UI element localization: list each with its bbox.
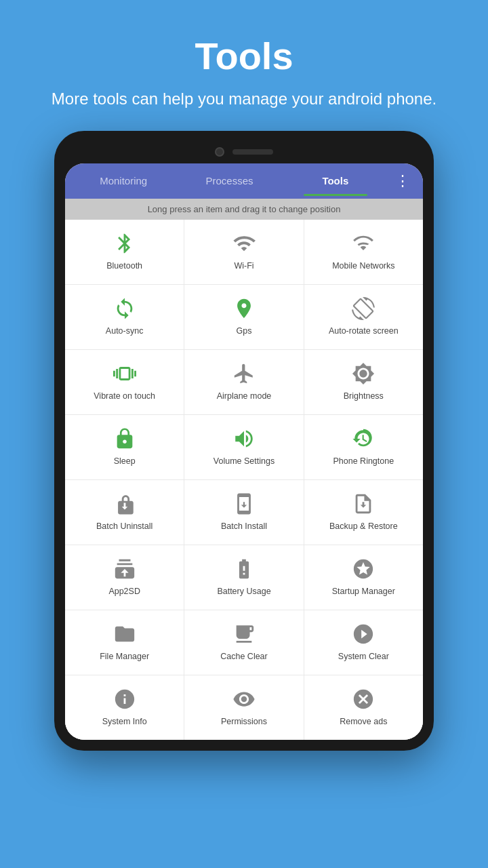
tool-system-info-label: System Info xyxy=(102,716,147,727)
tool-brightness-label: Brightness xyxy=(344,391,384,401)
tool-file-manager[interactable]: File Manager xyxy=(65,610,184,675)
tool-autosync-label: Auto-sync xyxy=(106,326,144,336)
tool-mobile-networks-label: Mobile Networks xyxy=(332,260,394,271)
tool-autorotate[interactable]: Auto-rotate screen xyxy=(304,285,423,349)
tool-bluetooth[interactable]: Bluetooth xyxy=(65,220,184,284)
tool-system-clear-label: System Clear xyxy=(338,651,389,662)
tool-sleep[interactable]: Sleep xyxy=(65,415,184,479)
tool-mobile-networks[interactable]: Mobile Networks xyxy=(304,220,423,284)
tool-battery[interactable]: Battery Usage xyxy=(184,545,303,610)
tool-permissions-label: Permissions xyxy=(221,716,267,727)
tool-remove-ads-label: Remove ads xyxy=(340,716,387,727)
tab-tools[interactable]: Tools xyxy=(283,165,388,196)
tool-wifi[interactable]: Wi-Fi xyxy=(184,220,303,284)
tool-backup[interactable]: Backup & Restore xyxy=(304,480,423,545)
tool-app2sd-label: App2SD xyxy=(108,586,140,597)
page-subtitle: More tools can help you manage your andr… xyxy=(27,87,461,111)
tool-gps-label: Gps xyxy=(237,326,252,336)
tool-volume[interactable]: Volume Settings xyxy=(184,415,303,479)
tool-autosync[interactable]: Auto-sync xyxy=(65,285,184,349)
tool-vibrate-label: Vibrate on touch xyxy=(94,391,155,401)
tool-volume-label: Volume Settings xyxy=(214,456,274,467)
tool-batch-install[interactable]: Batch Install xyxy=(184,480,303,545)
tool-brightness[interactable]: Brightness xyxy=(304,350,423,414)
tool-startup-label: Startup Manager xyxy=(332,586,395,597)
tool-system-info[interactable]: System Info xyxy=(65,675,184,740)
tool-bluetooth-label: Bluetooth xyxy=(106,260,142,271)
tab-processes[interactable]: Processes xyxy=(176,165,282,196)
more-menu-button[interactable]: ⋮ xyxy=(388,172,418,190)
tool-ringtone-label: Phone Ringtone xyxy=(333,456,394,467)
tool-app2sd[interactable]: App2SD xyxy=(65,545,184,610)
phone-screen: Monitoring Processes Tools ⋮ Long press … xyxy=(65,163,423,740)
tab-monitoring[interactable]: Monitoring xyxy=(70,165,176,196)
tool-autorotate-label: Auto-rotate screen xyxy=(329,326,399,336)
page-title: Tools xyxy=(27,34,461,78)
tool-startup[interactable]: Startup Manager xyxy=(304,545,423,610)
page-header: Tools More tools can help you manage you… xyxy=(0,0,488,131)
tool-backup-label: Backup & Restore xyxy=(329,521,398,532)
tool-airplane-label: Airplane mode xyxy=(217,391,272,401)
tool-vibrate[interactable]: Vibrate on touch xyxy=(65,350,184,414)
tool-wifi-label: Wi-Fi xyxy=(234,260,253,271)
tool-gps[interactable]: Gps xyxy=(184,285,303,349)
tool-sleep-label: Sleep xyxy=(114,456,136,467)
tools-grid: Bluetooth Wi-Fi Mobile Networks Auto-syn… xyxy=(65,220,423,740)
phone-speaker xyxy=(232,149,273,155)
tool-ringtone[interactable]: Phone Ringtone xyxy=(304,415,423,479)
tool-airplane[interactable]: Airplane mode xyxy=(184,350,303,414)
tab-bar: Monitoring Processes Tools ⋮ xyxy=(65,163,423,199)
tool-system-clear[interactable]: System Clear xyxy=(304,610,423,675)
tool-permissions[interactable]: Permissions xyxy=(184,675,303,740)
tool-remove-ads[interactable]: Remove ads xyxy=(304,675,423,740)
phone-mockup: Monitoring Processes Tools ⋮ Long press … xyxy=(54,131,434,751)
tool-file-manager-label: File Manager xyxy=(100,651,149,662)
tool-batch-uninstall-label: Batch Uninstall xyxy=(96,521,152,532)
tool-battery-label: Battery Usage xyxy=(217,586,270,597)
phone-notch xyxy=(65,142,423,163)
tool-cache-clear[interactable]: Cache Clear xyxy=(184,610,303,675)
tool-batch-uninstall[interactable]: Batch Uninstall xyxy=(65,480,184,545)
tool-batch-install-label: Batch Install xyxy=(221,521,267,532)
phone-camera xyxy=(215,147,224,157)
tool-cache-clear-label: Cache Clear xyxy=(220,651,267,662)
drag-hint: Long press an item and drag it to change… xyxy=(65,199,423,220)
